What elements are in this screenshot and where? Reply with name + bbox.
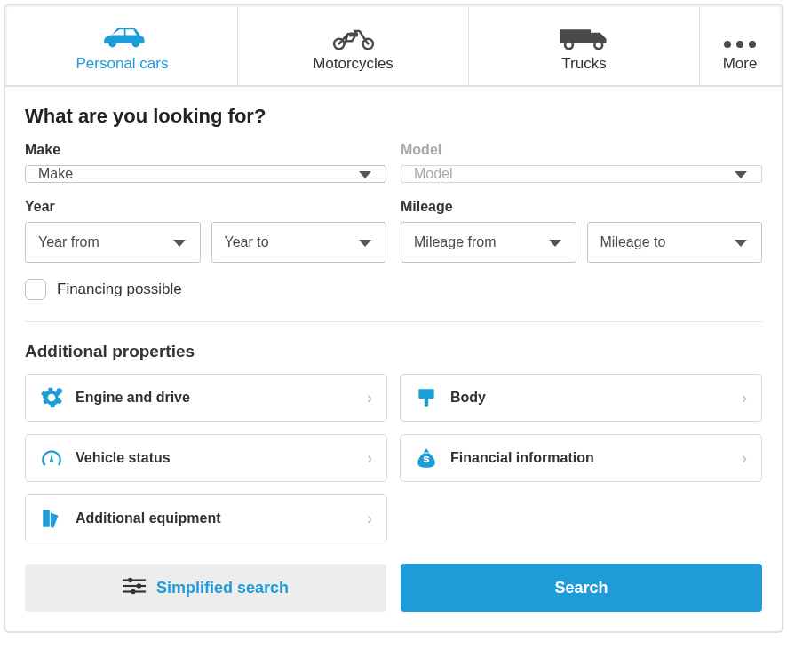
financing-label: Financing possible <box>57 281 182 298</box>
svg-point-15 <box>137 583 141 588</box>
chevron-right-icon: › <box>367 449 372 468</box>
make-label: Make <box>25 142 386 158</box>
mileage-to-select[interactable]: Mileage to <box>587 222 763 263</box>
row-year-mileage: Year Year from Year to Mileage Mileage f… <box>25 199 762 263</box>
svg-rect-10 <box>425 399 428 407</box>
financing-checkbox[interactable] <box>25 279 46 300</box>
svg-point-7 <box>749 41 756 48</box>
motorcycle-icon <box>330 23 378 50</box>
year-from-select[interactable]: Year from <box>25 222 201 263</box>
search-title: What are you looking for? <box>25 105 762 128</box>
select-value: Model <box>414 166 453 182</box>
year-to-select[interactable]: Year to <box>211 222 387 263</box>
svg-point-8 <box>56 388 62 394</box>
prop-engine-drive[interactable]: Engine and drive › <box>25 374 387 422</box>
prop-label: Vehicle status <box>76 450 354 466</box>
row-make-model: Make Make Model Model <box>25 142 762 183</box>
category-tabs: Personal cars Motorcycles Trucks More <box>5 5 782 87</box>
search-panel: Personal cars Motorcycles Trucks More Wh… <box>4 4 783 633</box>
swatch-icon <box>40 507 63 530</box>
more-icon <box>722 23 758 50</box>
car-icon <box>94 23 151 50</box>
select-value: Year to <box>225 234 269 250</box>
prop-label: Financial information <box>450 450 729 466</box>
svg-point-3 <box>565 41 573 49</box>
model-label: Model <box>401 142 762 158</box>
tab-more[interactable]: More <box>700 7 780 85</box>
svg-point-6 <box>736 41 743 48</box>
prop-body[interactable]: Body › <box>400 374 762 422</box>
button-label: Simplified search <box>156 579 289 597</box>
button-label: Search <box>554 579 608 597</box>
chevron-right-icon: › <box>742 449 747 468</box>
year-label: Year <box>25 199 386 215</box>
make-select[interactable]: Make <box>25 165 386 183</box>
svg-rect-9 <box>418 389 433 399</box>
sliders-icon <box>123 577 146 599</box>
action-row: Simplified search Search <box>25 564 762 612</box>
prop-vehicle-status[interactable]: Vehicle status › <box>25 434 387 482</box>
svg-point-13 <box>128 577 132 581</box>
model-select[interactable]: Model <box>401 165 762 183</box>
svg-rect-11 <box>43 510 50 527</box>
chevron-right-icon: › <box>742 389 747 407</box>
chevron-right-icon: › <box>367 510 372 528</box>
search-button[interactable]: Search <box>401 564 762 612</box>
prop-financial-info[interactable]: Financial information › <box>400 434 762 482</box>
tab-label: Personal cars <box>76 55 169 73</box>
svg-point-5 <box>724 41 731 48</box>
mileage-label: Mileage <box>401 199 762 215</box>
truck-icon <box>556 23 613 50</box>
separator <box>25 321 762 322</box>
tab-motorcycles[interactable]: Motorcycles <box>238 7 469 85</box>
gauge-icon <box>40 447 63 470</box>
tab-label: More <box>723 55 758 73</box>
svg-rect-2 <box>560 29 591 43</box>
mileage-from-select[interactable]: Mileage from <box>401 222 576 263</box>
svg-point-4 <box>594 41 602 49</box>
prop-label: Engine and drive <box>76 390 354 406</box>
financing-row[interactable]: Financing possible <box>25 279 762 300</box>
chevron-right-icon: › <box>367 389 372 407</box>
select-value: Make <box>38 166 73 182</box>
tab-label: Trucks <box>561 55 606 73</box>
select-value: Year from <box>38 234 99 250</box>
tab-label: Motorcycles <box>313 55 394 73</box>
prop-additional-equipment[interactable]: Additional equipment › <box>25 494 387 542</box>
gear-icon <box>40 386 63 409</box>
properties-grid: Engine and drive › Body › Vehicle status… <box>25 374 762 542</box>
select-value: Mileage to <box>600 234 666 250</box>
money-bag-icon <box>415 447 438 470</box>
select-value: Mileage from <box>414 234 496 250</box>
svg-point-17 <box>131 589 135 593</box>
tab-trucks[interactable]: Trucks <box>469 7 700 85</box>
search-body: What are you looking for? Make Make Mode… <box>5 87 782 631</box>
prop-label: Body <box>450 390 729 406</box>
additional-title: Additional properties <box>25 342 762 361</box>
prop-label: Additional equipment <box>76 510 354 526</box>
simplified-search-button[interactable]: Simplified search <box>25 564 386 612</box>
tab-personal-cars[interactable]: Personal cars <box>7 7 238 85</box>
paint-icon <box>415 386 438 409</box>
